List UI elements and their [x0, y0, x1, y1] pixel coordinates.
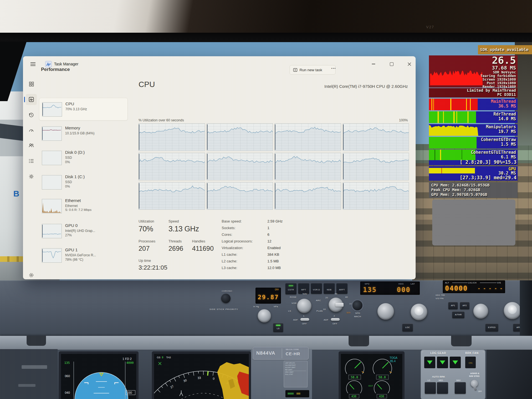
askid-toggle[interactable] — [471, 380, 478, 387]
loc-button[interactable]: LOC — [402, 324, 413, 331]
page-title: Performance — [41, 67, 70, 72]
sidebar-item-app-history[interactable] — [26, 109, 37, 121]
stat-label-handles: Handles — [192, 239, 205, 243]
dark-corner-bottom-right — [487, 350, 532, 399]
efis-button-vord[interactable]: VOR.D — [311, 283, 322, 294]
thread-name: RdrThread — [493, 112, 516, 116]
maximize-button[interactable] — [385, 58, 398, 70]
baro-knob[interactable] — [258, 309, 271, 323]
chrono-knob[interactable] — [221, 294, 231, 303]
askid-lever — [472, 383, 477, 391]
auto-brk-max-button[interactable] — [455, 382, 466, 394]
efis-button-label: NDB — [327, 288, 331, 291]
athr-button[interactable]: A/THR — [452, 311, 464, 318]
efis-button-wpt[interactable]: WPT — [298, 283, 309, 294]
metric-card-memory[interactable]: Memory 10.1/15.9 GB (64%) — [39, 122, 127, 144]
auto-brk-med-button[interactable] — [437, 382, 448, 394]
thread-value: 1.5 MS — [501, 142, 516, 147]
efis-button-cstr[interactable]: CSTR — [285, 283, 296, 294]
close-button[interactable] — [403, 58, 415, 70]
metric-card-disk1[interactable]: Disk 1 (C:) SSD 0% — [39, 171, 127, 193]
card-title: Ethernet — [65, 198, 81, 203]
stat-value-uptime: 3:22:21:05 — [139, 264, 167, 271]
fcu-hdg-knob[interactable] — [411, 304, 427, 320]
titlebar[interactable]: Task Manager — [23, 56, 416, 72]
range-label-40: 40 — [335, 293, 337, 295]
placard-divider — [282, 348, 282, 358]
engine-mode-value: 85.4 — [390, 360, 396, 363]
run-new-task-label: Run new task — [300, 68, 322, 72]
core-graph — [275, 153, 341, 180]
minimize-button[interactable] — [367, 58, 380, 70]
efis-mode-knob[interactable] — [297, 299, 311, 313]
beam-grip — [451, 336, 472, 346]
fcu-alt-knob[interactable] — [473, 304, 488, 319]
gear-indicator — [424, 357, 435, 368]
card-title: GPU 1 — [65, 247, 78, 252]
fps-histogram — [430, 66, 483, 85]
sidebar-item-processes[interactable] — [26, 78, 37, 89]
metric-card-gpu0[interactable]: GPU 0 Intel(R) UHD Grap... 27% — [39, 220, 127, 242]
core-graph — [139, 182, 205, 210]
sidebar-item-details[interactable] — [26, 155, 37, 167]
sidebar-item-startup-apps[interactable] — [26, 125, 37, 136]
run-new-task-button[interactable]: Run new task — [290, 65, 336, 75]
adf2-label: ADF — [324, 319, 328, 321]
card-subtitle: SSD — [65, 180, 72, 184]
adf1-switch[interactable] — [300, 318, 309, 321]
metric-card-cpu[interactable]: CPU 70% 3.13 GHz — [39, 98, 128, 121]
gear-indicator — [450, 357, 461, 368]
metric-card-gpu1[interactable]: GPU 1 NVIDIA GeForce R... 78% (86 °C) — [39, 244, 127, 266]
limit-row: VLE 250KT/M.57 — [285, 364, 306, 366]
ldg-gear-label: LDG GEAR — [430, 352, 446, 355]
gpu1-mini-graph — [42, 248, 62, 263]
brk-fan-lamp[interactable]: ON — [465, 357, 476, 368]
card-subtitle2: 78% (86 °C) — [65, 258, 83, 262]
sidebar-item-users[interactable] — [26, 140, 37, 151]
exped-button[interactable]: EXPED — [485, 324, 498, 331]
ap2-button[interactable]: AP2 — [460, 302, 469, 309]
hamburger-menu-icon[interactable] — [30, 62, 36, 66]
graph-caption: % Utilization over 60 seconds — [139, 118, 184, 122]
card-subtitle2: S: 0.6 R: 7.2 Mbps — [65, 208, 91, 211]
gpu-extra: [27.3;33.9] med=29.4 — [460, 175, 516, 180]
askid-off-label: OFF — [478, 390, 482, 392]
api-text: PC D3D11 — [429, 93, 516, 97]
sidebar-item-performance[interactable] — [26, 94, 37, 105]
fcu-vs-label: V/S — [497, 282, 501, 284]
adf2-switch[interactable] — [331, 318, 340, 321]
lvlch-line-left — [452, 283, 468, 283]
sidebar-item-services[interactable] — [26, 171, 37, 182]
run-new-task-icon — [293, 68, 297, 72]
more-options-button[interactable]: ... — [331, 65, 336, 70]
fcu-vs-value: - - - - - — [478, 286, 503, 291]
pfd-fd-mode: 1 FD 2 — [122, 357, 132, 360]
side-stick-priority-label: SIDE STICK PRIORITY — [209, 308, 238, 311]
gear-panel: LDG GEAR BRK FAN ON AUTO BRK LO MED MAX … — [421, 350, 485, 399]
sidebar-item-settings[interactable] — [26, 270, 37, 281]
metric-card-ethernet[interactable]: Ethernet Ethernet S: 0.6 R: 7.2 Mbps — [39, 195, 127, 217]
efis-button-ndb[interactable]: NDB — [324, 283, 335, 294]
auto-brk-lo-button[interactable] — [425, 382, 436, 394]
sdk-update-banner[interactable]: SDK update available — [478, 45, 532, 54]
cstr-indicator-light — [289, 285, 293, 286]
frame-time: 37.68 MS — [480, 65, 516, 70]
ap1-button[interactable]: AP1 — [448, 302, 458, 309]
ls-button[interactable]: LS — [273, 323, 283, 332]
pfd-speed-40: 040 — [65, 391, 70, 394]
coherentgtdraw-bar — [429, 137, 477, 149]
fcu-vs-knob[interactable] — [504, 302, 521, 319]
gpu-row: GPU 30.2 MS [27.3;33.9] med=29.4 — [429, 166, 518, 181]
core-graph — [207, 182, 273, 210]
fcu-spd-knob[interactable] — [377, 303, 394, 320]
core-graph — [343, 123, 409, 151]
stat-value-handles: 411690 — [192, 245, 214, 252]
efis-range-knob[interactable] — [329, 298, 343, 312]
spd-mach-button[interactable] — [352, 300, 362, 310]
limit-row: FULL 177KT — [285, 373, 306, 375]
sub-display-green — [288, 393, 294, 395]
nd-tas-label: TAS — [166, 356, 171, 359]
metric-card-disk0[interactable]: Disk 0 (D:) SSD 0% — [39, 147, 127, 169]
pfd-bezel: 1 FD 2 135 060 040 4000 030 — [59, 351, 139, 399]
efis-button-arpt[interactable]: ARPT — [336, 283, 347, 294]
